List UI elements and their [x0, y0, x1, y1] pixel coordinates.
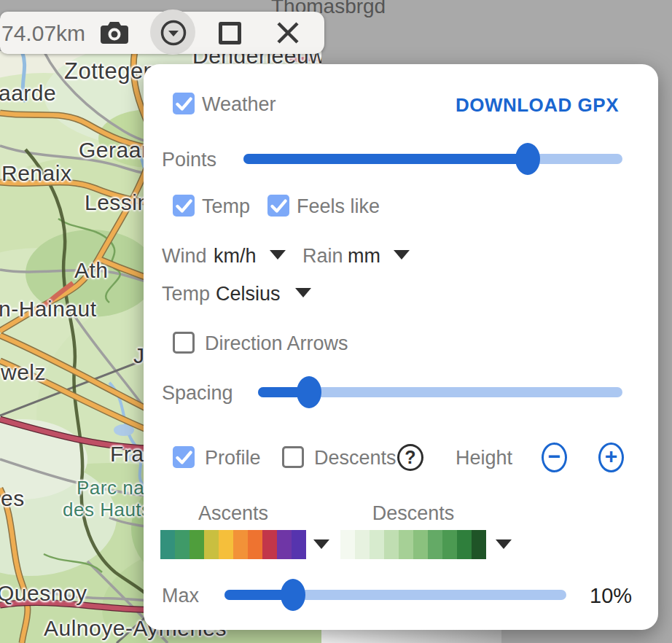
- direction-arrows-label: Direction Arrows: [205, 332, 348, 355]
- settings-panel: Weather DOWNLOAD GPX Points Temp Feels l…: [144, 64, 658, 630]
- points-label: Points: [162, 149, 216, 171]
- map-label: es: [1, 486, 25, 511]
- rain-unit-value[interactable]: mm: [348, 245, 380, 268]
- max-slider[interactable]: [224, 590, 566, 600]
- map-label: welz: [1, 360, 46, 385]
- temp-checkbox[interactable]: [173, 195, 195, 217]
- height-label: Height: [456, 447, 512, 469]
- rain-label: Rain: [302, 245, 343, 268]
- square-icon[interactable]: [219, 22, 241, 44]
- points-slider[interactable]: [243, 154, 622, 164]
- help-icon[interactable]: ?: [397, 444, 423, 471]
- temp-unit-caret-icon[interactable]: [295, 288, 311, 297]
- weather-label: Weather: [202, 93, 276, 116]
- height-increase-button[interactable]: +: [598, 443, 624, 472]
- camera-icon[interactable]: [100, 20, 129, 48]
- route-toolbar: 74.07km: [0, 12, 324, 54]
- ascents-palette-swatch[interactable]: [160, 530, 306, 559]
- wind-unit-caret-icon[interactable]: [270, 250, 286, 260]
- points-slider-thumb[interactable]: [515, 143, 540, 175]
- descents-checkbox[interactable]: [282, 446, 304, 468]
- wind-label: Wind: [162, 245, 207, 268]
- ascents-palette-label: Ascents: [160, 502, 306, 525]
- spacing-slider[interactable]: [258, 387, 622, 397]
- descents-checkbox-label: Descents: [314, 447, 396, 469]
- map-label: Quesnoy: [0, 581, 87, 606]
- max-value: 10%: [590, 584, 632, 608]
- route-distance: 74.07km: [1, 21, 85, 46]
- temp-unit-value[interactable]: Celsius: [216, 283, 281, 305]
- temp-label: Temp: [202, 195, 250, 218]
- profile-label: Profile: [205, 447, 261, 469]
- close-icon[interactable]: [275, 20, 301, 49]
- max-label: Max: [162, 585, 199, 607]
- feels-like-label: Feels like: [297, 195, 380, 218]
- wind-unit-value[interactable]: km/h: [214, 245, 257, 268]
- height-decrease-button[interactable]: −: [542, 443, 567, 472]
- max-slider-thumb[interactable]: [281, 579, 305, 611]
- map-label: Parc nat: [77, 477, 150, 499]
- ascents-palette-caret-icon[interactable]: [313, 539, 329, 549]
- circle-chevron-down-icon[interactable]: [160, 19, 187, 50]
- descents-palette-label: Descents: [340, 502, 486, 525]
- spacing-slider-thumb[interactable]: [297, 376, 321, 408]
- download-gpx-button[interactable]: DOWNLOAD GPX: [456, 94, 619, 117]
- map-label: Ath: [74, 258, 109, 283]
- descents-palette-caret-icon[interactable]: [496, 539, 512, 549]
- temp-unit-label: Temp: [162, 283, 210, 305]
- map-label: des Hauts: [63, 499, 152, 521]
- bottom-sheet-edge: [321, 629, 501, 643]
- map-label: Renaix: [1, 161, 71, 186]
- descents-palette-swatch[interactable]: [340, 530, 486, 559]
- direction-arrows-checkbox[interactable]: [173, 332, 195, 354]
- spacing-label: Spacing: [162, 382, 233, 405]
- rain-unit-caret-icon[interactable]: [394, 250, 410, 260]
- map-label: n-Hainaut: [0, 297, 97, 322]
- map-label: aarde: [0, 81, 56, 106]
- profile-checkbox[interactable]: [173, 446, 195, 468]
- feels-like-checkbox[interactable]: [267, 195, 289, 217]
- weather-checkbox[interactable]: [173, 93, 195, 114]
